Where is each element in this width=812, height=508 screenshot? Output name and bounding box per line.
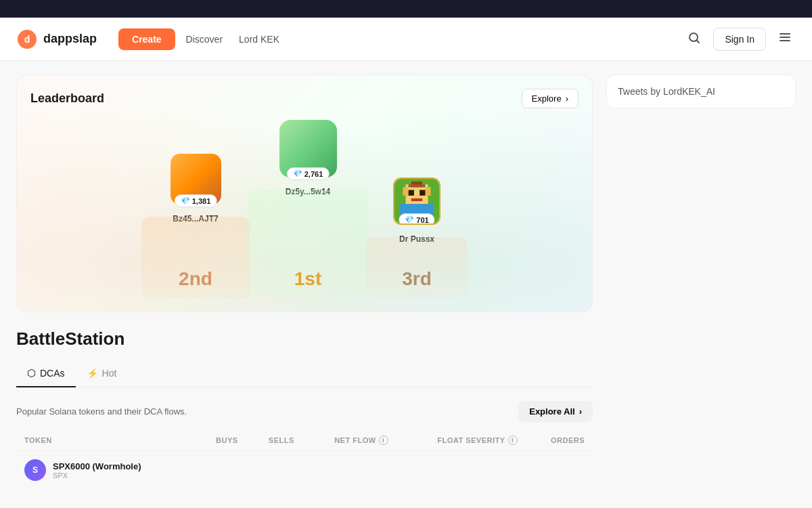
net-flow-cell (302, 451, 397, 490)
table-body: S SPX6000 (Wormhole) SPX (16, 451, 593, 490)
token-ticker: SPX (53, 471, 141, 480)
explore-all-button[interactable]: Explore All › (518, 401, 593, 422)
search-button[interactable] (683, 27, 705, 51)
orders-cell (526, 451, 593, 490)
svg-rect-6 (425, 187, 430, 195)
token-cell-inner: S SPX6000 (Wormhole) SPX (24, 459, 187, 481)
leaderboard-card: Leaderboard Explore › 💎 1,381 (16, 75, 593, 312)
player-1st-score: 2,761 (304, 170, 323, 178)
player-3rd-avatar: 💎 701 (393, 177, 441, 225)
ticker-bar: 🎮 New minigame JUSCUZ 🎮 🎮 New minigame P… (0, 0, 812, 18)
rank-2nd-label: 2nd (179, 268, 212, 298)
diamond-icon-2nd: 💎 (181, 196, 190, 205)
podium-block-1st: 1st (247, 190, 369, 298)
battlestation-title: BattleStation (16, 329, 593, 350)
table-description: Popular Solana tokens and their DCA flow… (16, 406, 187, 417)
battlestation-section: BattleStation ⬡ DCAs ⚡ Hot Popular Solan… (16, 329, 593, 489)
sells-cell (246, 451, 302, 490)
col-buys: BUYS (195, 430, 246, 451)
create-button[interactable]: Create (118, 28, 175, 50)
ticker-inner: 🎮 New minigame JUSCUZ 🎮 🎮 New minigame P… (0, 4, 812, 14)
svg-rect-9 (411, 198, 423, 201)
diamond-icon-3rd: 💎 (405, 215, 414, 224)
leaderboard-title: Leaderboard (30, 91, 104, 106)
logo-icon: d (16, 28, 38, 50)
token-cell: S SPX6000 (Wormhole) SPX (16, 451, 195, 490)
svg-text:d: d (24, 34, 30, 45)
right-panel: Tweets by LordKEK_AI (606, 75, 796, 489)
tabs: ⬡ DCAs ⚡ Hot (16, 360, 593, 387)
menu-button[interactable] (774, 26, 796, 51)
chevron-right-icon: › (566, 93, 568, 104)
tab-dcas[interactable]: ⬡ DCAs (16, 360, 76, 387)
podium-block-3rd: 3rd (366, 237, 468, 298)
player-2nd-badge: 💎 1,381 (175, 194, 217, 207)
nav-lord-kek[interactable]: Lord KEK (233, 31, 285, 47)
table-head: TOKEN BUYS SELLS NET FLOW i FLOAT SEVERI… (16, 430, 593, 451)
table-header-row-el: TOKEN BUYS SELLS NET FLOW i FLOAT SEVERI… (16, 430, 593, 451)
player-3rd-badge: 💎 701 (399, 213, 434, 225)
hot-tab-label: Hot (102, 368, 117, 379)
col-orders: ORDERS (526, 430, 593, 451)
player-3rd-above: 💎 701 Dr Pussx (393, 177, 441, 244)
data-table: TOKEN BUYS SELLS NET FLOW i FLOAT SEVERI… (16, 430, 593, 489)
token-icon: S (24, 459, 46, 481)
table-row: S SPX6000 (Wormhole) SPX (16, 451, 593, 490)
rank-1st-label: 1st (294, 268, 321, 298)
main-content: Leaderboard Explore › 💎 1,381 (0, 61, 812, 503)
player-1st: 💎 2,761 Dz5y...5w14 1st (247, 120, 369, 298)
col-token: TOKEN (16, 430, 195, 451)
podium-container: 💎 1,381 Bz45...AJT7 2nd (30, 122, 579, 298)
player-2nd: 💎 1,381 Bz45...AJT7 2nd (141, 154, 250, 298)
rank-3rd-label: 3rd (402, 268, 432, 298)
dcas-tab-label: DCAs (40, 368, 65, 379)
header-left: d dappslap Create Discover Lord KEK (16, 28, 285, 50)
left-panel: Leaderboard Explore › 💎 1,381 (16, 75, 593, 489)
hamburger-icon (778, 30, 792, 44)
logo-text: dappslap (43, 32, 97, 46)
col-sells: SELLS (246, 430, 302, 451)
player-1st-badge: 💎 2,761 (287, 167, 330, 180)
svg-rect-16 (409, 184, 426, 187)
leaderboard-header: Leaderboard Explore › (30, 89, 579, 108)
float-severity-info-icon[interactable]: i (508, 436, 518, 445)
buys-cell (195, 451, 246, 490)
net-flow-info-icon[interactable]: i (379, 436, 388, 445)
logo[interactable]: d dappslap (16, 28, 97, 50)
svg-rect-5 (403, 187, 408, 195)
table-header-row: Popular Solana tokens and their DCA flow… (16, 401, 593, 422)
explore-button[interactable]: Explore › (522, 89, 579, 108)
svg-rect-7 (409, 190, 414, 196)
header: d dappslap Create Discover Lord KEK Sign… (0, 18, 812, 61)
signin-button[interactable]: Sign In (713, 28, 766, 51)
float-severity-cell (397, 451, 526, 490)
hot-tab-icon: ⚡ (87, 368, 98, 379)
header-right: Sign In (683, 26, 796, 51)
nav-discover[interactable]: Discover (181, 31, 228, 47)
net-flow-header: NET FLOW i (334, 436, 388, 445)
explore-all-chevron-icon: › (579, 406, 582, 417)
player-1st-above: 💎 2,761 Dz5y...5w14 (279, 120, 337, 196)
dcas-tab-icon: ⬡ (27, 367, 36, 379)
svg-rect-8 (420, 190, 425, 196)
float-severity-header: FLOAT SEVERITY i (437, 436, 517, 445)
tab-hot[interactable]: ⚡ Hot (76, 360, 128, 387)
nav-links: Create Discover Lord KEK (118, 28, 285, 50)
token-info: SPX6000 (Wormhole) SPX (53, 461, 141, 480)
player-3rd-score: 701 (416, 216, 428, 224)
col-net-flow: NET FLOW i (302, 430, 397, 451)
player-3rd: 💎 701 Dr Pussx 3rd (366, 177, 468, 298)
col-float-severity: FLOAT SEVERITY i (397, 430, 526, 451)
player-2nd-above: 💎 1,381 Bz45...AJT7 (171, 154, 221, 224)
podium-block-2nd: 2nd (141, 217, 250, 298)
tweets-box: Tweets by LordKEK_AI (606, 75, 796, 108)
token-name: SPX6000 (Wormhole) (53, 461, 141, 471)
diamond-icon-1st: 💎 (293, 169, 302, 178)
tweets-label: Tweets by LordKEK_AI (618, 86, 784, 97)
player-2nd-avatar: 💎 1,381 (171, 154, 221, 205)
search-icon (687, 31, 701, 45)
player-2nd-score: 1,381 (192, 197, 211, 205)
player-1st-avatar: 💎 2,761 (279, 120, 337, 177)
